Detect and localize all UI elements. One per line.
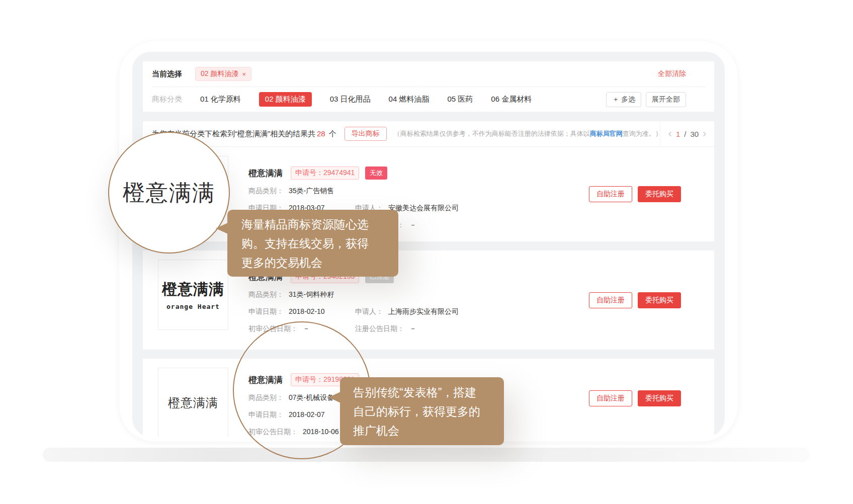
self-register-button[interactable]: 自助注册 (589, 390, 632, 406)
trademark-name: 橙意满满 (248, 167, 283, 179)
export-trademark-button[interactable]: 导出商标 (345, 127, 387, 141)
category-item-02-selected[interactable]: 02 颜料油漆 (259, 92, 312, 107)
field-value: 上海雨步实业有限公司 (388, 307, 459, 316)
magnifier-circle: 橙意满满 (108, 132, 230, 254)
pagination: ‹ 1 / 30 › (660, 121, 714, 146)
multi-select-button[interactable]: ＋ 多选 (606, 92, 641, 107)
row-separator (143, 350, 714, 359)
field-label: 注册公告日期： (355, 324, 404, 333)
disclaimer-post: 查询为准。） (623, 130, 662, 137)
status-badge: 无效 (365, 166, 387, 180)
device-base-shadow (43, 448, 810, 462)
category-item-06[interactable]: 06 金属材料 (491, 95, 532, 104)
trademark-image-subtext: orange Heart (166, 303, 220, 310)
field-value: 2018-02-10 (289, 307, 325, 316)
category-actions: ＋ 多选 展开全部 (606, 92, 686, 107)
tooltip-line: 购。支持在线交易，获得 (241, 234, 398, 253)
chevron-left-icon[interactable]: ‹ (668, 128, 672, 139)
trademark-office-link[interactable]: 商标局官网 (590, 130, 623, 137)
self-register-button[interactable]: 自助注册 (589, 292, 632, 308)
field-label: 申请人： (355, 307, 383, 316)
selected-filter-chip[interactable]: 02 颜料油漆 × (195, 67, 251, 81)
row-actions: 自助注册 委托购买 (589, 292, 681, 308)
tooltip-promotion: 告别传统“发表格”，搭建 自己的标行，获得更多的 推广机会 (340, 377, 504, 445)
tooltip-line: 更多的交易机会 (241, 253, 398, 272)
tooltip-line: 告别传统“发表格”，搭建 (353, 383, 504, 402)
chevron-right-icon[interactable]: › (703, 128, 706, 139)
entrust-buy-button[interactable]: 委托购买 (638, 292, 681, 308)
page: 当前选择 02 颜料油漆 × 全部清除 商标分类 01 化学原料 02 颜料油漆… (0, 0, 853, 504)
field-value: － (409, 221, 416, 230)
row-actions: 自助注册 委托购买 (589, 390, 681, 406)
self-register-button[interactable]: 自助注册 (589, 186, 632, 202)
results-count: 28 (315, 129, 327, 138)
field-line: 申请日期：2018-02-10 申请人：上海雨步实业有限公司 (248, 307, 459, 317)
category-item-04[interactable]: 04 燃料油脂 (389, 95, 430, 104)
category-item-03[interactable]: 03 日化用品 (330, 95, 371, 104)
application-number-badge: 申请号：29474941 (291, 166, 359, 180)
field-label: 申请日期： (248, 307, 284, 316)
category-item-05[interactable]: 05 医药 (447, 95, 473, 104)
field-value: 安徽美达会展有限公司 (388, 204, 459, 213)
pagination-separator: / (684, 130, 686, 138)
current-selection-label: 当前选择 (152, 69, 182, 79)
clear-all-button[interactable]: 全部清除 (658, 69, 686, 78)
field-label: 商品类别： (248, 290, 284, 299)
pagination-current: 1 (676, 130, 680, 138)
category-item-01[interactable]: 01 化学原料 (200, 95, 241, 104)
row-actions: 自助注册 委托购买 (589, 186, 681, 202)
field-value: 31类-饲料种籽 (289, 290, 334, 299)
field-line: 商品类别：31类-饲料种籽 (248, 290, 459, 300)
trademark-image-text: 橙意满满 (162, 279, 224, 300)
entrust-buy-button[interactable]: 委托购买 (638, 390, 681, 406)
field-label: 商品类别： (248, 187, 284, 196)
category-label: 商标分类 (152, 95, 182, 104)
field-line: 商品类别：35类-广告销售 (248, 186, 459, 196)
filter-card: 当前选择 02 颜料油漆 × 全部清除 商标分类 01 化学原料 02 颜料油漆… (143, 61, 714, 112)
disclaimer-pre: （商标检索结果仅供参考，不作为商标能否注册的法律依据；具体以 (394, 130, 590, 137)
trademark-image: 橙意满满 orange Heart (158, 260, 228, 330)
tooltip-line: 推广机会 (353, 421, 504, 440)
entrust-buy-button[interactable]: 委托购买 (638, 186, 681, 202)
close-icon[interactable]: × (242, 70, 246, 78)
magnified-trademark-text: 橙意满满 (123, 178, 215, 208)
selected-filter-chip-text: 02 颜料油漆 (201, 69, 238, 78)
trademark-title-line: 橙意满满 申请号：29474941 无效 (248, 167, 459, 179)
results-disclaimer: （商标检索结果仅供参考，不作为商标能否注册的法律依据；具体以商标局官网查询为准。… (394, 129, 662, 138)
tooltip-trade-resources: 海量精品商标资源随心选 购。支持在线交易，获得 更多的交易机会 (227, 210, 398, 277)
category-row: 商标分类 01 化学原料 02 颜料油漆 03 日化用品 04 燃料油脂 05 … (143, 87, 714, 112)
tooltip-line: 海量精品商标资源随心选 (241, 215, 398, 234)
current-selection-row: 当前选择 02 颜料油漆 × 全部清除 (143, 61, 714, 87)
trademark-image-text: 橙意满满 (168, 395, 218, 411)
expand-all-button[interactable]: 展开全部 (646, 92, 686, 107)
field-value: 35类-广告销售 (289, 187, 334, 196)
tooltip-line: 自己的标行，获得更多的 (353, 402, 504, 421)
results-header: 为您在当前分类下检索到“橙意满满”相关的结果共28 个 导出商标 （商标检索结果… (143, 121, 714, 147)
results-unit: 个 (327, 129, 336, 138)
field-value: － (409, 324, 416, 333)
trademark-image: 橙意满满 (158, 368, 228, 437)
pagination-total: 30 (690, 130, 699, 138)
